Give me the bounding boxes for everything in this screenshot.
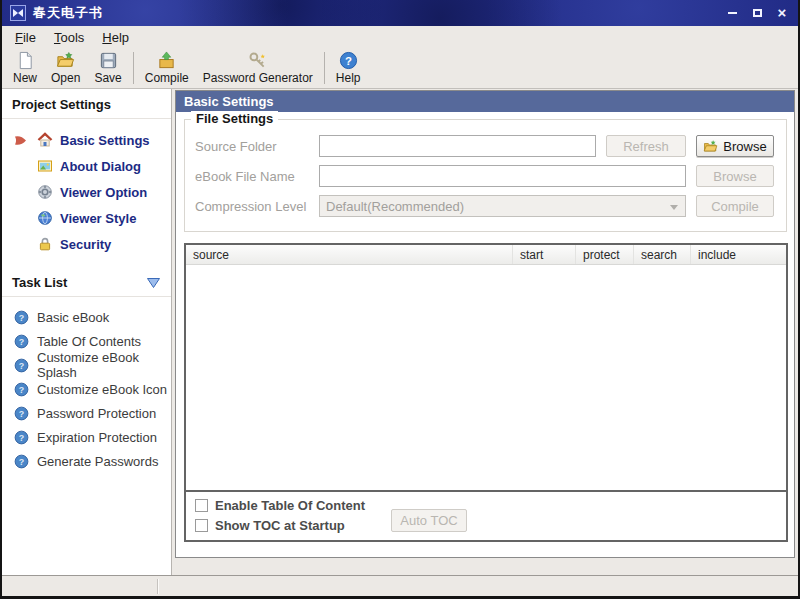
sidebar: Project Settings Basic Settings About Di…	[2, 89, 172, 575]
sidebar-item-basic-settings[interactable]: Basic Settings	[2, 127, 171, 153]
content-area: Project Settings Basic Settings About Di…	[2, 89, 798, 575]
main-area: Basic Settings File Settings Source Fold…	[172, 89, 798, 575]
globe-icon	[37, 210, 53, 226]
basic-settings-panel: Basic Settings File Settings Source Fold…	[175, 90, 795, 558]
window-title: 春天电子书	[33, 4, 103, 22]
ebook-file-name-row: eBook File Name Browse	[185, 165, 786, 187]
question-ball-icon: ?	[14, 358, 29, 373]
toc-options: Enable Table Of Content Show TOC at Star…	[186, 492, 786, 540]
enable-toc-checkbox[interactable]	[195, 499, 208, 512]
compile-action-button[interactable]: Compile	[696, 195, 774, 217]
svg-text:?: ?	[19, 312, 24, 322]
show-toc-row: Show TOC at Startup	[195, 518, 345, 533]
sidebar-item-about-dialog[interactable]: About Dialog	[2, 153, 171, 179]
question-ball-icon: ?	[14, 382, 29, 397]
question-ball-icon: ?	[14, 334, 29, 349]
lock-icon	[37, 236, 53, 252]
toolbar: New Open Save Compile Password Generator…	[2, 48, 798, 89]
sidebar-item-security[interactable]: Security	[2, 231, 171, 257]
home-icon	[37, 132, 53, 148]
chevron-down-icon	[670, 205, 678, 210]
task-item-generate-passwords[interactable]: ? Generate Passwords	[2, 449, 171, 473]
maximize-button[interactable]	[749, 6, 765, 20]
svg-text:?: ?	[19, 432, 24, 442]
source-folder-row: Source Folder Refresh Browse	[185, 135, 786, 157]
column-header-start[interactable]: start	[513, 245, 576, 264]
app-icon	[10, 5, 26, 21]
source-folder-label: Source Folder	[195, 139, 277, 154]
browse-ebook-button[interactable]: Browse	[696, 165, 774, 187]
gear-icon	[37, 184, 53, 200]
minimize-button[interactable]	[724, 6, 740, 20]
group-title: File Settings	[191, 111, 278, 126]
table-body-empty[interactable]	[186, 265, 786, 492]
svg-text:?: ?	[19, 360, 24, 370]
project-settings-list: Basic Settings About Dialog Viewer Optio…	[2, 119, 171, 267]
task-item-expiration-protection[interactable]: ? Expiration Protection	[2, 425, 171, 449]
browse-folder-icon	[703, 139, 718, 154]
help-icon: ?	[339, 51, 358, 70]
picture-icon	[37, 158, 53, 174]
ebook-file-name-label: eBook File Name	[195, 169, 295, 184]
svg-text:?: ?	[19, 336, 24, 346]
close-button[interactable]: ×	[774, 6, 790, 20]
panel-header: Basic Settings	[176, 91, 794, 112]
compression-level-row: Compression Level Default(Recommended) C…	[185, 195, 786, 217]
task-list-header: Task List	[2, 267, 171, 297]
open-button[interactable]: Open	[44, 50, 87, 86]
new-document-icon	[16, 51, 35, 70]
question-ball-icon: ?	[14, 454, 29, 469]
menu-help[interactable]: Help	[93, 28, 138, 47]
enable-toc-label: Enable Table Of Content	[215, 498, 365, 513]
show-toc-checkbox[interactable]	[195, 519, 208, 532]
save-button[interactable]: Save	[87, 50, 128, 86]
enable-toc-row: Enable Table Of Content	[195, 498, 365, 513]
question-ball-icon: ?	[14, 430, 29, 445]
key-icon	[248, 51, 267, 70]
svg-text:?: ?	[345, 55, 352, 67]
column-header-protect[interactable]: protect	[576, 245, 634, 264]
compile-button[interactable]: Compile	[138, 50, 196, 86]
help-button[interactable]: ? Help	[329, 50, 368, 86]
task-item-customize-ebook-icon[interactable]: ? Customize eBook Icon	[2, 377, 171, 401]
toolbar-separator	[324, 52, 325, 84]
new-button[interactable]: New	[6, 50, 44, 86]
sidebar-item-viewer-option[interactable]: Viewer Option	[2, 179, 171, 205]
compression-level-select[interactable]: Default(Recommended)	[319, 195, 686, 217]
sidebar-item-viewer-style[interactable]: Viewer Style	[2, 205, 171, 231]
table-header: source start protect search include	[186, 245, 786, 265]
compression-level-label: Compression Level	[195, 199, 306, 214]
auto-toc-button[interactable]: Auto TOC	[391, 509, 467, 532]
status-bar	[2, 575, 798, 596]
show-toc-label: Show TOC at Startup	[215, 518, 345, 533]
project-settings-header: Project Settings	[2, 89, 171, 119]
selection-arrow-icon	[13, 134, 28, 147]
open-folder-icon	[56, 51, 75, 70]
question-ball-icon: ?	[14, 310, 29, 325]
column-header-search[interactable]: search	[634, 245, 691, 264]
save-icon	[99, 51, 118, 70]
triangle-down-icon[interactable]	[146, 277, 161, 289]
column-header-include[interactable]: include	[691, 245, 786, 264]
password-generator-button[interactable]: Password Generator	[196, 50, 320, 86]
svg-text:?: ?	[19, 384, 24, 394]
task-list: ? Basic eBook ? Table Of Contents ? Cust…	[2, 297, 171, 481]
source-table: source start protect search include Enab…	[184, 243, 788, 542]
title-bar: 春天电子书 ×	[2, 0, 798, 26]
task-item-customize-ebook-splash[interactable]: ? Customize eBook Splash	[2, 353, 171, 377]
app-window: 春天电子书 × File Tools Help New Open Save Co…	[0, 0, 800, 599]
question-ball-icon: ?	[14, 406, 29, 421]
toolbar-separator	[133, 52, 134, 84]
svg-text:?: ?	[19, 408, 24, 418]
menu-tools[interactable]: Tools	[45, 28, 93, 47]
column-header-source[interactable]: source	[186, 245, 513, 264]
ebook-file-name-input[interactable]	[319, 165, 686, 187]
status-bar-divider	[157, 579, 158, 594]
source-folder-input[interactable]	[319, 135, 596, 157]
refresh-button[interactable]: Refresh	[606, 135, 686, 157]
task-item-basic-ebook[interactable]: ? Basic eBook	[2, 305, 171, 329]
browse-source-button[interactable]: Browse	[696, 135, 774, 157]
task-item-password-protection[interactable]: ? Password Protection	[2, 401, 171, 425]
svg-text:?: ?	[19, 456, 24, 466]
menu-file[interactable]: File	[6, 28, 45, 47]
